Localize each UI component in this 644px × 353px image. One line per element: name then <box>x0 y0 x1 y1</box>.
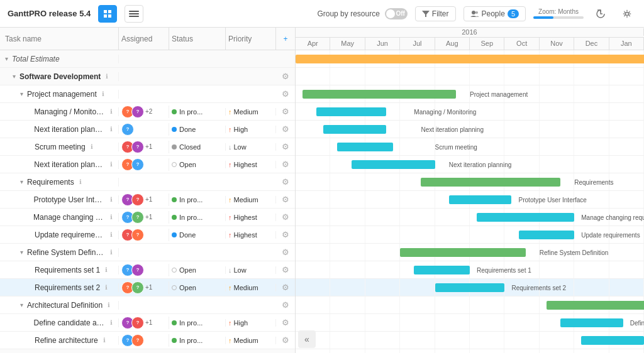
gear-cell[interactable]: ⚙ <box>276 195 295 204</box>
gear-cell[interactable]: ⚙ <box>276 72 295 81</box>
gantt-bar-label: Next iteration planning <box>421 126 484 133</box>
task-row[interactable]: Prototype User Interfaceℹ??+1In pro...↑M… <box>0 191 295 209</box>
gantt-bar[interactable] <box>352 160 435 169</box>
info-icon[interactable]: ℹ <box>107 318 116 327</box>
task-row[interactable]: ▾Development support <box>0 349 295 353</box>
info-icon[interactable]: ℹ <box>107 160 116 169</box>
gear-cell[interactable]: ⚙ <box>276 335 295 345</box>
expand-icon[interactable]: ▾ <box>18 249 25 256</box>
gantt-bar[interactable] <box>547 301 644 310</box>
gantt-bar[interactable] <box>316 107 386 116</box>
gantt-bar[interactable] <box>477 213 574 222</box>
info-icon[interactable]: ℹ <box>99 90 108 99</box>
group-by-resource-toggle[interactable]: Off <box>385 8 408 19</box>
info-icon[interactable]: ℹ <box>102 283 111 292</box>
info-icon[interactable]: ℹ <box>107 107 116 116</box>
task-row[interactable]: Next iteration planningℹ??Open↑Highest⚙ <box>0 156 295 173</box>
gear-cell[interactable]: ⚙ <box>276 230 295 239</box>
grid-view-button[interactable] <box>98 5 117 23</box>
task-row[interactable]: ▾Total Estimate <box>0 50 295 68</box>
info-icon[interactable]: ℹ <box>107 248 116 257</box>
info-icon[interactable]: ℹ <box>103 72 111 81</box>
gear-cell[interactable]: ⚙ <box>276 89 295 99</box>
task-row[interactable]: Manage changing requi...ℹ??+1In pro...↑H… <box>0 209 295 226</box>
group-by-resource-control: Group by resource Off <box>317 8 407 19</box>
task-panel: Task name Assigned Status Priority + ▾To… <box>0 28 296 353</box>
task-row[interactable]: ▾Software Developmentℹ⚙ <box>0 68 295 85</box>
gantt-bar[interactable] <box>560 318 623 327</box>
gantt-bar[interactable] <box>400 248 525 257</box>
task-row[interactable]: ▾Refine System Definitionℹ⚙ <box>0 244 295 261</box>
gear-cell[interactable]: ⚙ <box>276 283 295 292</box>
task-cell: Requirements set 1ℹ <box>0 266 119 274</box>
gantt-month-dec: Dec <box>574 38 609 50</box>
add-column-button[interactable]: + <box>276 28 295 50</box>
timeline-view-button[interactable] <box>125 5 143 23</box>
gantt-bar[interactable] <box>337 143 393 151</box>
task-row[interactable]: ▾Project managementℹ⚙ <box>0 85 295 103</box>
info-icon[interactable]: ℹ <box>107 231 116 239</box>
task-row[interactable]: ▾Requirementsℹ⚙ <box>0 173 295 191</box>
gantt-bar[interactable] <box>435 283 505 292</box>
gear-cell[interactable]: ⚙ <box>276 142 295 151</box>
task-row[interactable]: Refine architectureℹ??In pro...↑Medium⚙ <box>0 332 295 349</box>
info-icon[interactable]: ℹ <box>107 125 116 134</box>
expand-icon[interactable]: ▾ <box>18 178 25 186</box>
task-row[interactable]: Next iteration planningℹ?Done↑High⚙ <box>0 121 295 138</box>
gantt-bar[interactable] <box>581 336 644 345</box>
gantt-task-row: Next iteration planning <box>296 156 644 173</box>
gantt-bar[interactable] <box>414 266 470 274</box>
gear-cell[interactable]: ⚙ <box>276 247 295 257</box>
gear-cell[interactable]: ⚙ <box>276 265 295 274</box>
app-title: GanttPRO release 5.4 <box>8 9 91 18</box>
task-row[interactable]: Scrum meetingℹ??+1Closed↓Low⚙ <box>0 138 295 156</box>
gear-cell[interactable]: ⚙ <box>276 300 295 310</box>
info-icon[interactable]: ℹ <box>107 213 116 222</box>
task-name: Prototype User Interface <box>33 195 105 204</box>
info-icon[interactable]: ℹ <box>76 178 85 187</box>
gear-cell[interactable]: ⚙ <box>276 318 295 327</box>
people-button[interactable]: People 5 <box>464 6 526 21</box>
gantt-task-row: Manage changing requirements <box>296 209 644 226</box>
gear-cell[interactable]: ⚙ <box>276 177 295 187</box>
task-row[interactable]: Requirements set 1ℹ??Open↓Low⚙ <box>0 261 295 279</box>
gantt-bar[interactable] <box>323 125 386 134</box>
task-row[interactable]: Requirements set 2ℹ??+1Open↑Medium⚙ <box>0 279 295 296</box>
gear-cell[interactable]: ⚙ <box>276 160 295 169</box>
gantt-bar[interactable] <box>449 195 512 204</box>
priority-cell: ↑Medium <box>226 284 276 291</box>
gantt-bar[interactable] <box>421 178 560 187</box>
settings-button[interactable] <box>618 4 636 23</box>
task-row[interactable]: Managing / Monitoringℹ??+2In pro...↑Medi… <box>0 103 295 121</box>
gear-cell[interactable]: ⚙ <box>276 212 295 222</box>
expand-icon[interactable]: ▾ <box>10 73 18 80</box>
info-icon[interactable]: ℹ <box>104 301 113 310</box>
zoom-slider[interactable] <box>533 16 584 19</box>
people-icon <box>470 10 479 18</box>
filter-button[interactable]: Filter <box>415 6 456 21</box>
gear-cell[interactable]: ⚙ <box>276 124 295 134</box>
info-icon[interactable]: ℹ <box>100 336 109 345</box>
gantt-bar[interactable] <box>519 231 575 239</box>
gear-cell[interactable]: ⚙ <box>276 107 295 116</box>
zoom-label: Zoom: Months <box>538 8 579 15</box>
status-column-header: Status <box>169 28 226 50</box>
assigned-cell: ?? <box>119 264 169 276</box>
task-cell: ▾Architectural Definitionℹ <box>0 301 119 310</box>
task-row[interactable]: ▾Architectural Definitionℹ⚙ <box>0 296 295 314</box>
expand-icon[interactable]: ▾ <box>3 55 10 63</box>
expand-icon[interactable]: ▾ <box>18 90 25 98</box>
gantt-bar[interactable] <box>303 90 456 99</box>
svg-rect-6 <box>129 16 139 17</box>
expand-icon[interactable]: ▾ <box>18 301 25 309</box>
task-row[interactable]: Update requirementsℹ??Done↑Highest⚙ <box>0 226 295 244</box>
info-icon[interactable]: ℹ <box>102 266 111 274</box>
scroll-left-button[interactable]: « <box>298 330 316 348</box>
info-icon[interactable]: ℹ <box>87 143 96 151</box>
gantt-task-row: Refine architecture <box>296 332 644 349</box>
info-icon[interactable]: ℹ <box>107 195 116 204</box>
gantt-bar-label: Requirements set 1 <box>477 267 531 274</box>
task-row[interactable]: Define candidate archi...ℹ??+1In pro...↑… <box>0 314 295 332</box>
history-button[interactable] <box>591 4 610 23</box>
gantt-bar[interactable] <box>296 55 644 63</box>
